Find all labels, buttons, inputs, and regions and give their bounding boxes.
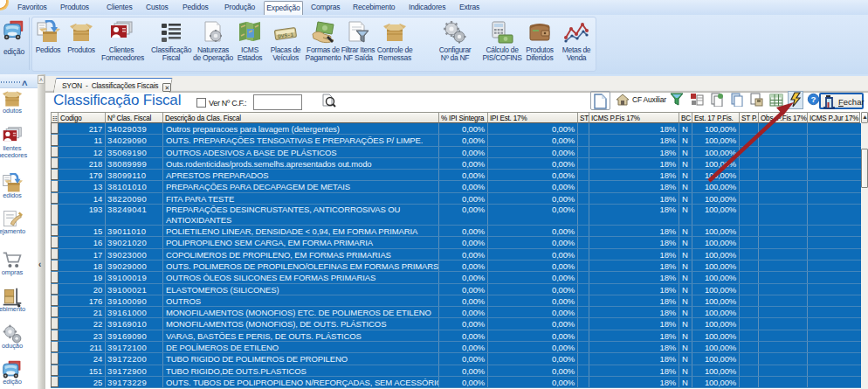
- svg-text:?: ?: [811, 94, 816, 104]
- svg-text:DVS-1: DVS-1: [278, 31, 294, 39]
